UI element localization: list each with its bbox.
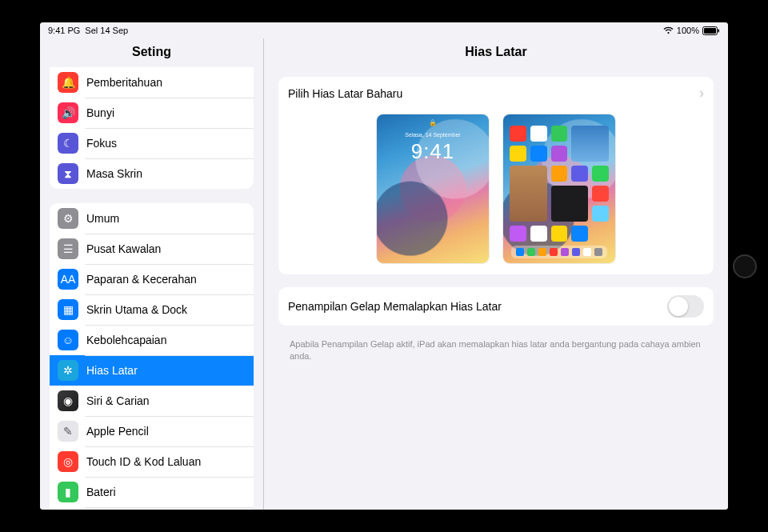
wallpaper-card: Pilih Hias Latar Baharu › 🔒 Selasa, 14 S… [278, 77, 714, 274]
dim-footer-note: Apabila Penampilan Gelap aktif, iPad aka… [278, 338, 714, 362]
pencil-icon: ✎ [58, 421, 78, 442]
switches-icon: ☰ [58, 238, 78, 259]
sidebar-item-label: Masa Skrin [86, 167, 142, 180]
home-button[interactable] [733, 254, 757, 278]
lock-preview-time: 9:41 [377, 139, 489, 164]
speaker-icon: 🔊 [58, 102, 78, 123]
sidebar-item-label: Skrin Utama & Dock [86, 303, 187, 316]
siri-icon: ◉ [58, 390, 78, 411]
detail-pane: Hias Latar Pilih Hias Latar Baharu › 🔒 [264, 38, 728, 510]
sidebar-item-controlcenter[interactable]: ☰Pusat Kawalan [50, 234, 254, 264]
sidebar-item-label: Bateri [86, 486, 116, 498]
home-screen-preview[interactable] [503, 114, 615, 263]
sidebar-item-notifications[interactable]: 🔔Pemberitahuan [50, 67, 254, 98]
status-bar: 9:41 PG Sel 14 Sep 100% [40, 22, 728, 38]
screen: 9:41 PG Sel 14 Sep 100% Seting 🔔Pemberit… [40, 22, 728, 510]
sidebar-item-label: Apple Pencil [86, 425, 149, 438]
sidebar-item-label: Umum [86, 212, 119, 225]
sidebar-item-privacy[interactable]: ✋Privasi [50, 507, 254, 510]
grid-icon: ▦ [58, 299, 78, 320]
moon-icon: ☾ [58, 133, 78, 154]
battery-icon [702, 26, 720, 35]
bell-icon: 🔔 [58, 72, 78, 93]
sidebar-item-label: Siri & Carian [86, 394, 150, 407]
svg-rect-2 [718, 29, 720, 32]
sidebar-item-display[interactable]: AAPaparan & Kecerahan [50, 264, 254, 294]
flower-icon: ✲ [58, 360, 78, 381]
choose-wallpaper-label: Pilih Hias Latar Baharu [288, 87, 402, 100]
sidebar-item-label: Bunyi [86, 106, 114, 119]
sidebar-item-sounds[interactable]: 🔊Bunyi [50, 98, 254, 128]
lock-screen-preview[interactable]: 🔒 Selasa, 14 September 9:41 [377, 114, 489, 263]
sidebar-item-label: Fokus [86, 137, 117, 150]
wifi-icon [663, 26, 674, 34]
sidebar-scroll[interactable]: 🔔Pemberitahuan🔊Bunyi☾Fokus⧗Masa Skrin⚙Um… [40, 67, 263, 510]
sidebar-item-accessibility[interactable]: ☺Kebolehcapaian [50, 325, 254, 355]
sidebar-item-label: Touch ID & Kod Laluan [86, 455, 201, 468]
choose-wallpaper-row[interactable]: Pilih Hias Latar Baharu › [278, 77, 714, 110]
dim-card: Penampilan Gelap Memalapkan Hias Latar [278, 287, 714, 326]
fingerprint-icon: ◎ [58, 451, 78, 472]
sidebar-item-wallpaper[interactable]: ✲Hias Latar [50, 355, 254, 386]
sidebar-item-homescreen[interactable]: ▦Skrin Utama & Dock [50, 294, 254, 325]
chevron-right-icon: › [699, 85, 704, 102]
sidebar-item-general[interactable]: ⚙Umum [50, 203, 254, 234]
sidebar-item-focus[interactable]: ☾Fokus [50, 128, 254, 158]
sidebar-item-label: Kebolehcapaian [86, 334, 166, 346]
sidebar-group: 🔔Pemberitahuan🔊Bunyi☾Fokus⧗Masa Skrin [50, 67, 254, 189]
dim-toggle-row[interactable]: Penampilan Gelap Memalapkan Hias Latar [278, 287, 714, 326]
battery-percent: 100% [677, 26, 699, 35]
ipad-frame: 9:41 PG Sel 14 Sep 100% Seting 🔔Pemberit… [0, 0, 768, 532]
accessibility-icon: ☺ [58, 330, 78, 350]
battery-icon: ▮ [58, 482, 78, 502]
wallpaper-previews: 🔒 Selasa, 14 September 9:41 [278, 110, 714, 274]
lock-preview-date: Selasa, 14 September [377, 132, 489, 138]
text-size-icon: AA [58, 269, 78, 290]
dim-toggle[interactable] [667, 295, 704, 318]
status-date: Sel 14 Sep [85, 26, 128, 35]
gear-icon: ⚙ [58, 208, 78, 229]
dim-toggle-label: Penampilan Gelap Memalapkan Hias Latar [288, 300, 502, 313]
svg-rect-1 [704, 28, 716, 34]
sidebar-item-label: Pusat Kawalan [86, 242, 161, 255]
detail-title: Hias Latar [264, 38, 728, 67]
settings-sidebar: Seting 🔔Pemberitahuan🔊Bunyi☾Fokus⧗Masa S… [40, 38, 264, 510]
sidebar-item-siri[interactable]: ◉Siri & Carian [50, 386, 254, 416]
lock-icon: 🔒 [377, 119, 489, 126]
status-time: 9:41 PG [48, 26, 80, 35]
sidebar-item-pencil[interactable]: ✎Apple Pencil [50, 416, 254, 446]
sidebar-item-touchid[interactable]: ◎Touch ID & Kod Laluan [50, 446, 254, 477]
hourglass-icon: ⧗ [58, 163, 78, 184]
sidebar-item-label: Paparan & Kecerahan [86, 273, 197, 286]
sidebar-title: Seting [40, 38, 263, 67]
sidebar-item-battery[interactable]: ▮Bateri [50, 477, 254, 507]
sidebar-item-label: Pemberitahuan [86, 76, 162, 89]
sidebar-item-label: Hias Latar [86, 364, 138, 377]
sidebar-group: ⚙Umum☰Pusat KawalanAAPaparan & Kecerahan… [50, 203, 254, 510]
sidebar-item-screentime[interactable]: ⧗Masa Skrin [50, 158, 254, 189]
